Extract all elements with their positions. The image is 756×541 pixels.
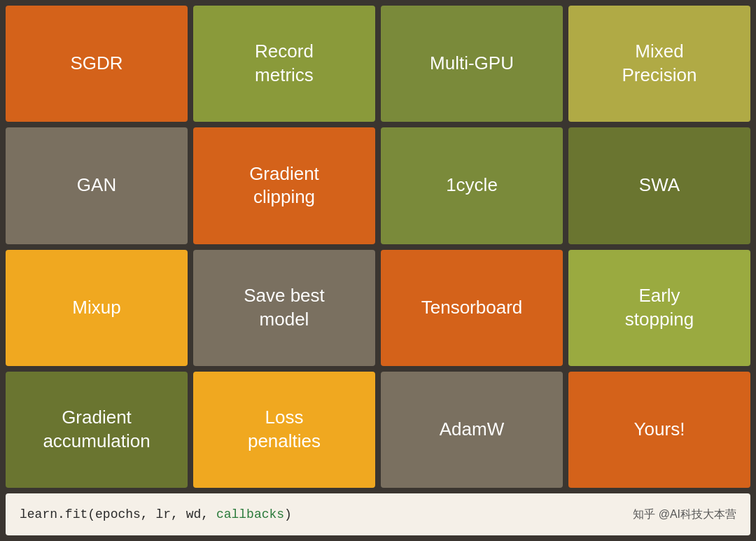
cell-adamw-label: AdamW bbox=[440, 418, 504, 442]
cell-swa-label: SWA bbox=[639, 174, 680, 197]
code-learn: learn bbox=[20, 507, 57, 521]
cell-1cycle[interactable]: 1cycle bbox=[381, 127, 563, 244]
cell-record-metrics[interactable]: Recordmetrics bbox=[193, 6, 375, 122]
cell-loss-penalties[interactable]: Losspenalties bbox=[193, 372, 375, 488]
code-callbacks: callbacks bbox=[216, 507, 284, 521]
cell-save-best-model[interactable]: Save bestmodel bbox=[193, 250, 375, 366]
cell-gradient-accumulation[interactable]: Gradientaccumulation bbox=[6, 372, 188, 488]
code-close-paren: ) bbox=[284, 507, 292, 521]
cell-early-stopping-label: Earlystopping bbox=[625, 284, 694, 332]
cell-gan-label: GAN bbox=[77, 174, 116, 197]
cell-swa[interactable]: SWA bbox=[568, 127, 750, 244]
code-func: fit bbox=[65, 507, 88, 521]
cell-record-metrics-label: Recordmetrics bbox=[255, 40, 314, 87]
code-dot: . bbox=[57, 507, 65, 521]
cell-loss-penalties-label: Losspenalties bbox=[248, 406, 321, 454]
cell-gradient-accumulation-label: Gradientaccumulation bbox=[43, 406, 150, 454]
code-params: epochs, lr, wd, bbox=[95, 507, 216, 521]
main-container: SGDR Recordmetrics Multi-GPU MixedPrecis… bbox=[0, 0, 756, 541]
cell-sgdr[interactable]: SGDR bbox=[6, 6, 188, 122]
cell-gan[interactable]: GAN bbox=[6, 127, 188, 244]
cell-multi-gpu-label: Multi-GPU bbox=[430, 52, 514, 76]
cell-adamw[interactable]: AdamW bbox=[381, 372, 563, 488]
cell-early-stopping[interactable]: Earlystopping bbox=[568, 250, 750, 366]
cell-tensorboard-label: Tensorboard bbox=[421, 296, 523, 320]
footer-bar: learn.fit(epochs, lr, wd, callbacks) 知乎 … bbox=[6, 493, 750, 535]
cell-mixup[interactable]: Mixup bbox=[6, 250, 188, 366]
cell-mixed-precision[interactable]: MixedPrecision bbox=[568, 6, 750, 122]
cell-yours[interactable]: Yours! bbox=[568, 372, 750, 488]
cell-multi-gpu[interactable]: Multi-GPU bbox=[381, 6, 563, 122]
cell-tensorboard[interactable]: Tensorboard bbox=[381, 250, 563, 366]
footer-attribution: 知乎 @AI科技大本营 bbox=[633, 507, 736, 522]
cell-mixup-label: Mixup bbox=[72, 296, 120, 320]
cell-1cycle-label: 1cycle bbox=[446, 174, 498, 197]
cell-mixed-precision-label: MixedPrecision bbox=[622, 40, 697, 87]
cell-yours-label: Yours! bbox=[634, 418, 685, 442]
cell-gradient-clipping[interactable]: Gradientclipping bbox=[193, 127, 375, 244]
cell-sgdr-label: SGDR bbox=[70, 52, 122, 76]
footer-code: learn.fit(epochs, lr, wd, callbacks) bbox=[20, 507, 292, 521]
code-open-paren: ( bbox=[88, 507, 95, 521]
callback-grid: SGDR Recordmetrics Multi-GPU MixedPrecis… bbox=[6, 6, 750, 488]
cell-gradient-clipping-label: Gradientclipping bbox=[249, 162, 319, 210]
cell-save-best-model-label: Save bestmodel bbox=[244, 284, 325, 332]
